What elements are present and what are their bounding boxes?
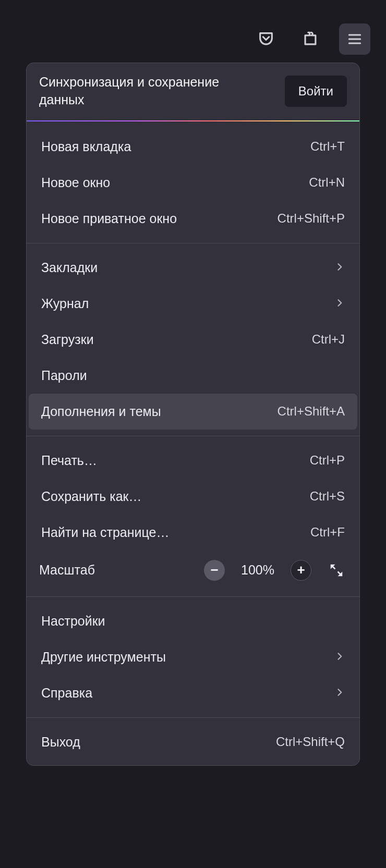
separator <box>27 717 359 718</box>
menu-item-label: Выход <box>41 735 276 750</box>
zoom-in-button[interactable]: + <box>291 560 311 581</box>
pocket-icon[interactable] <box>250 23 282 55</box>
sync-title: Синхронизация и сохранение данных <box>39 74 237 109</box>
gradient-separator <box>27 120 359 121</box>
extensions-icon[interactable] <box>295 23 326 55</box>
menu-new-private-window[interactable]: Новое приватное окно Ctrl+Shift+P <box>29 201 357 237</box>
menu-item-label: Настройки <box>41 614 345 629</box>
menu-item-label: Сохранить как… <box>41 489 310 504</box>
menu-new-window[interactable]: Новое окно Ctrl+N <box>29 165 357 201</box>
hamburger-menu-icon[interactable] <box>339 23 370 55</box>
menu-item-shortcut: Ctrl+S <box>310 489 345 504</box>
menu-item-shortcut: Ctrl+Shift+Q <box>276 735 345 749</box>
menu-passwords[interactable]: Пароли <box>29 358 357 394</box>
fullscreen-icon[interactable] <box>326 560 347 581</box>
menu-print[interactable]: Печать… Ctrl+P <box>29 443 357 479</box>
menu-item-label: Справка <box>41 686 334 701</box>
chevron-right-icon <box>334 686 345 701</box>
menu-save-as[interactable]: Сохранить как… Ctrl+S <box>29 479 357 515</box>
menu-bookmarks[interactable]: Закладки <box>29 250 357 286</box>
menu-item-label: Новое приватное окно <box>41 211 278 226</box>
menu-exit[interactable]: Выход Ctrl+Shift+Q <box>29 724 357 760</box>
chevron-right-icon <box>334 296 345 311</box>
menu-find-in-page[interactable]: Найти на странице… Ctrl+F <box>29 515 357 551</box>
zoom-label: Масштаб <box>39 563 204 578</box>
app-menu: Синхронизация и сохранение данных Войти … <box>26 63 360 766</box>
login-button[interactable]: Войти <box>285 76 347 107</box>
menu-item-shortcut: Ctrl+F <box>310 525 345 540</box>
menu-history[interactable]: Журнал <box>29 286 357 322</box>
zoom-value: 100% <box>239 563 276 578</box>
zoom-controls: − 100% + <box>204 560 347 581</box>
separator <box>27 436 359 436</box>
menu-item-label: Печать… <box>41 453 310 468</box>
menu-item-shortcut: Ctrl+Shift+A <box>278 404 345 419</box>
menu-new-tab[interactable]: Новая вкладка Ctrl+T <box>29 129 357 165</box>
separator <box>27 243 359 243</box>
menu-item-shortcut: Ctrl+N <box>309 175 345 190</box>
menu-item-shortcut: Ctrl+P <box>310 453 345 468</box>
menu-item-label: Журнал <box>41 296 334 311</box>
menu-more-tools[interactable]: Другие инструменты <box>29 639 357 675</box>
menu-item-label: Дополнения и темы <box>41 404 278 419</box>
menu-item-label: Загрузки <box>41 332 312 347</box>
menu-item-label: Новая вкладка <box>41 139 310 154</box>
menu-item-label: Новое окно <box>41 175 309 190</box>
chevron-right-icon <box>334 260 345 275</box>
chevron-right-icon <box>334 650 345 665</box>
menu-item-shortcut: Ctrl+T <box>310 139 345 154</box>
browser-toolbar <box>250 23 370 55</box>
menu-item-label: Найти на странице… <box>41 525 310 540</box>
menu-item-label: Другие инструменты <box>41 650 334 665</box>
menu-settings[interactable]: Настройки <box>29 603 357 639</box>
menu-item-label: Закладки <box>41 260 334 275</box>
menu-item-shortcut: Ctrl+J <box>312 332 345 347</box>
menu-downloads[interactable]: Загрузки Ctrl+J <box>29 322 357 358</box>
menu-help[interactable]: Справка <box>29 675 357 711</box>
menu-item-label: Пароли <box>41 368 345 383</box>
zoom-out-button[interactable]: − <box>204 560 225 581</box>
separator <box>27 596 359 597</box>
menu-zoom: Масштаб − 100% + <box>27 551 359 590</box>
menu-addons-themes[interactable]: Дополнения и темы Ctrl+Shift+A <box>29 394 357 430</box>
sync-row: Синхронизация и сохранение данных Войти <box>27 63 359 120</box>
menu-item-shortcut: Ctrl+Shift+P <box>278 211 345 226</box>
